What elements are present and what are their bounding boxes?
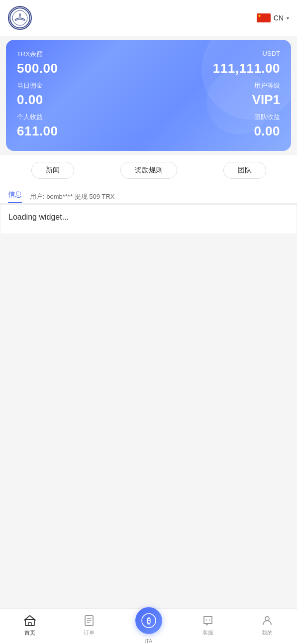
lang-code: CN [274,14,284,22]
main-content [0,234,297,533]
app-logo: ₿ [8,6,32,30]
svg-point-12 [209,620,210,621]
nav-item-profile[interactable]: 我的 [238,614,297,637]
user-level-value: VIP1 [252,92,280,108]
commission-value: 0.00 [17,92,43,108]
team-button[interactable]: 团队 [223,162,266,179]
nav-label-service: 客服 [202,629,213,637]
home-icon [23,614,36,627]
card-row-2: 500.00 111,111.00 [17,61,280,76]
order-icon [83,614,96,627]
nav-label-center: iTA [145,638,153,644]
nav-item-center[interactable]: ₿ iTA [119,607,178,644]
trx-value: 500.00 [17,61,58,76]
info-tab-label[interactable]: 信息 [8,190,22,203]
language-selector[interactable]: ★ CN ▾ [257,13,289,22]
card-row-6: 611.00 0.00 [17,124,280,139]
nav-item-order[interactable]: 订单 [59,614,118,637]
quick-buttons: 新闻 奖励规则 团队 [0,155,297,186]
svg-text:₿: ₿ [19,13,21,17]
usdt-label: USDT [263,50,280,57]
svg-rect-4 [28,623,31,626]
nav-label-order: 订单 [84,629,95,637]
widget-loading-text: Loading widget... [8,213,69,221]
usdt-value: 111,111.00 [213,61,280,76]
commission-label: 当日佣金 [17,81,43,90]
news-button[interactable]: 新闻 [31,162,74,179]
info-tab-bar: 信息 用户: bomb**** 提现 509 TRX [0,186,297,203]
team-income-value: 0.00 [254,124,280,139]
widget-area: Loading widget... [0,204,297,234]
nav-item-home[interactable]: 首页 [0,614,59,637]
nav-item-service[interactable]: 客服 [178,614,237,637]
card-row-4: 0.00 VIP1 [17,92,280,108]
info-ticker: 用户: bomb**** 提现 509 TRX [30,192,289,201]
svg-point-11 [206,620,207,621]
chat-icon [201,614,214,627]
chevron-down-icon: ▾ [287,15,289,21]
svg-text:₿: ₿ [147,617,151,625]
personal-income-value: 611.00 [17,124,58,139]
trx-balance-label: TRX余额 [17,50,43,59]
card-row-1: TRX余额 USDT [17,50,280,59]
header: ₿ ★ CN ▾ [0,0,297,36]
nav-label-profile: 我的 [262,629,273,637]
bottom-navigation: 首页 订单 ₿ iTA [0,608,297,644]
center-btc-button[interactable]: ₿ [135,607,162,634]
info-section: 信息 用户: bomb**** 提现 509 TRX [0,186,297,204]
card-row-5: 个人收益 团队收益 [17,113,280,122]
svg-point-13 [265,617,269,621]
team-income-label: 团队收益 [254,113,280,122]
rules-button[interactable]: 奖励规则 [120,162,177,179]
dashboard-card: TRX余额 USDT 500.00 111,111.00 当日佣金 用户等级 0… [6,40,291,151]
nav-label-home: 首页 [24,629,35,637]
personal-income-label: 个人收益 [17,113,43,122]
profile-icon [261,614,274,627]
flag-icon: ★ [257,13,271,22]
user-level-label: 用户等级 [254,81,280,90]
card-row-3: 当日佣金 用户等级 [17,81,280,90]
